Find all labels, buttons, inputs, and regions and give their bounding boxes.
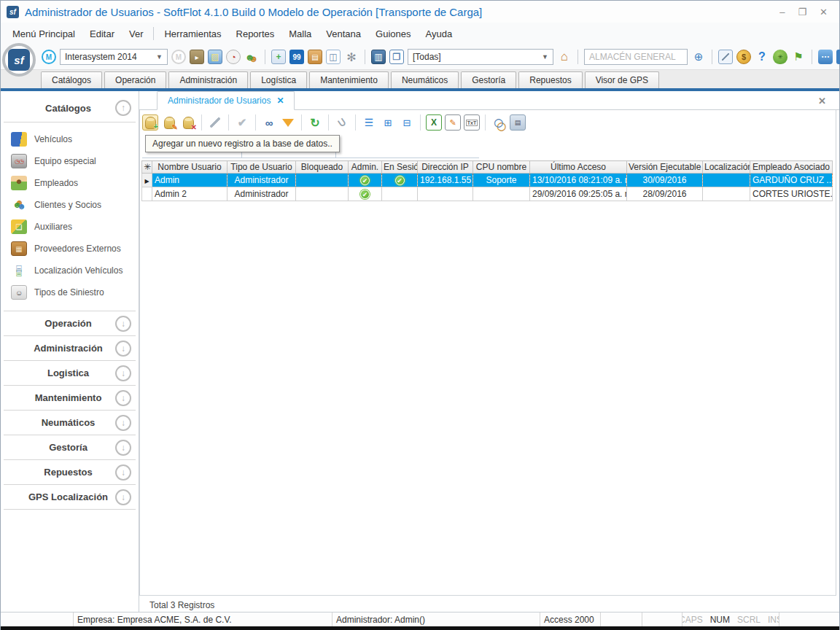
cell-cpu-nombre[interactable]: Soporte [473, 174, 530, 187]
menu-ver[interactable]: Ver [122, 26, 151, 42]
cell-cpu-nombre[interactable] [473, 187, 530, 201]
cell-direccion-ip[interactable] [418, 187, 473, 201]
cell-empleado[interactable]: CORTES URIOSTE... [750, 187, 833, 201]
search-binoculars-icon[interactable] [261, 114, 277, 131]
column-header-bloqueado[interactable]: Bloqueado [296, 161, 349, 174]
sidebar-section-logistica[interactable]: Logistica ↓ [1, 361, 139, 385]
expand-down-icon[interactable]: ↓ [115, 464, 131, 481]
home-icon[interactable] [557, 50, 572, 64]
confirm-icon[interactable] [234, 114, 250, 131]
cell-empleado[interactable]: GARDUÑO CRUZ ... [750, 174, 833, 187]
exit-icon[interactable] [836, 50, 840, 64]
tab-neumaticos[interactable]: Neumáticos [391, 71, 459, 88]
menu-guiones[interactable]: Guiones [368, 26, 418, 42]
menu-ayuda[interactable]: Ayuda [418, 26, 459, 42]
attachment-icon[interactable] [334, 114, 350, 131]
gear-icon[interactable] [344, 50, 359, 64]
collapse-up-icon[interactable]: ↑ [115, 100, 131, 116]
cell-direccion-ip[interactable]: 192.168.1.55 [418, 174, 473, 187]
profile-m-icon[interactable] [42, 50, 56, 64]
tab-gestoria[interactable]: Gestoría [461, 71, 516, 88]
coins-icon[interactable] [736, 50, 751, 64]
close-document-icon[interactable]: ✕ [818, 96, 826, 106]
cell-en-sesion[interactable] [382, 187, 418, 201]
image-icon[interactable] [208, 50, 222, 64]
refresh-icon[interactable] [307, 114, 323, 131]
switch-window-icon[interactable] [389, 50, 404, 64]
column-header-localizacion[interactable]: Localización [703, 161, 750, 174]
badge-99-icon[interactable]: 99 [289, 50, 304, 64]
flag-icon[interactable] [791, 50, 806, 64]
add-record-button[interactable]: + [142, 114, 158, 131]
sidebar-section-administracion[interactable]: Administración ↓ [1, 336, 139, 360]
dashboard-gauge-icon[interactable] [226, 50, 241, 64]
almacen-general-field[interactable]: ALMACÉN GENERAL [584, 49, 688, 65]
cell-nombre[interactable]: Admin [152, 174, 228, 187]
cell-version[interactable]: 28/09/2016 [627, 187, 703, 201]
cell-ultimo-acceso[interactable]: 29/09/2016 09:25:05 a. m. [530, 187, 627, 201]
expand-down-icon[interactable]: ↓ [115, 365, 131, 381]
cell-tipo[interactable]: Administrador [228, 187, 296, 201]
minimize-icon[interactable]: – [779, 7, 785, 18]
cell-nombre[interactable]: Admin 2 [152, 187, 228, 201]
menu-malla[interactable]: Malla [281, 26, 319, 42]
tab-operacion[interactable]: Operación [104, 71, 166, 88]
column-header-ultimo-acceso[interactable]: Último Acceso [530, 161, 627, 174]
sidebar-item-auxiliares[interactable]: Auxiliares [11, 216, 139, 238]
sidebar-section-mantenimiento[interactable]: Mantenimiento ↓ [1, 386, 139, 410]
tab-administrador-de-usuarios[interactable]: Administrador de Usuarios ✕ [157, 91, 295, 110]
column-header-empleado-asociado[interactable]: Empleado Asociado [750, 161, 833, 174]
table-row-admin[interactable]: ▶ Admin Administrador 192.168.1.55 Sopor… [142, 174, 833, 187]
new-document-icon[interactable] [271, 50, 286, 64]
clipboard-icon[interactable] [308, 50, 322, 64]
expand-down-icon[interactable]: ↓ [115, 316, 131, 332]
sidebar-item-localizacion-vehiculos[interactable]: Localización Vehículos [11, 260, 139, 281]
users-group-icon[interactable] [244, 50, 259, 64]
sidebar-item-vehiculos[interactable]: Vehículos [11, 128, 139, 150]
help-icon[interactable] [755, 50, 769, 64]
tools-icon[interactable] [718, 50, 733, 64]
menu-editar[interactable]: Editar [82, 26, 122, 42]
sidebar-section-neumaticos[interactable]: Neumáticos ↓ [1, 411, 139, 435]
column-header-en-sesion[interactable]: En Sesión [382, 161, 418, 174]
column-header-version-ejecutable[interactable]: Versión Ejecutable [627, 161, 703, 174]
column-header-direccion-ip[interactable]: Dirección IP [418, 161, 473, 174]
users-grid[interactable]: ✳ Nombre Usuario Tipo de Usuario Bloquea… [141, 160, 833, 201]
expand-down-icon[interactable]: ↓ [115, 489, 131, 505]
cell-localizacion[interactable] [703, 174, 750, 187]
tree-expand-icon[interactable] [380, 114, 396, 131]
tab-mantenimiento[interactable]: Mantenimiento [309, 71, 389, 88]
sidebar-section-gestoria[interactable]: Gestoría ↓ [1, 435, 139, 459]
sidebar-section-repuestos[interactable]: Repuestos ↓ [1, 460, 139, 484]
cell-version[interactable]: 30/09/2016 [627, 174, 703, 187]
sidebar-item-tipos-de-siniestro[interactable]: Tipos de Siniestro [11, 281, 139, 303]
sidebar-section-gps-localizacion[interactable]: GPS Localización ↓ [1, 485, 139, 509]
todas-filter-combobox[interactable]: [Todas]▼ [408, 49, 553, 65]
chat-icon[interactable] [818, 50, 833, 64]
profile-combobox[interactable]: Interasystem 2014▼ [60, 49, 168, 65]
cell-admin[interactable] [349, 174, 382, 187]
column-header-admin[interactable]: Admin. [349, 161, 382, 174]
expand-down-icon[interactable]: ↓ [115, 341, 131, 357]
filter-funnel-icon[interactable] [280, 114, 296, 131]
tab-close-icon[interactable]: ✕ [276, 96, 284, 106]
cell-admin[interactable] [349, 187, 382, 201]
cell-en-sesion[interactable] [382, 174, 418, 187]
cell-bloqueado[interactable] [296, 187, 349, 201]
menu-menu-principal[interactable]: Menú Principal [5, 26, 82, 42]
menu-herramientas[interactable]: Herramientas [157, 26, 228, 42]
globe-icon[interactable] [691, 50, 706, 64]
cell-bloqueado[interactable] [296, 174, 349, 187]
sidebar-item-clientes-y-socios[interactable]: Clientes y Socios [11, 194, 139, 216]
menu-reportes[interactable]: Reportes [229, 26, 282, 42]
print-preview-icon[interactable] [491, 114, 507, 131]
expand-down-icon[interactable]: ↓ [115, 390, 131, 406]
tree-collapse-icon[interactable] [399, 114, 415, 131]
export-excel-icon[interactable] [426, 114, 442, 131]
cell-ultimo-acceso[interactable]: 13/10/2016 08:21:09 a. m. [530, 174, 627, 187]
wrench-icon[interactable] [207, 114, 223, 131]
table-row-admin-2[interactable]: Admin 2 Administrador 29/09/2016 09:25:0… [142, 187, 833, 201]
sidebar-section-operacion[interactable]: Operación ↓ [1, 311, 139, 335]
expand-down-icon[interactable]: ↓ [115, 415, 131, 431]
export-txt-icon[interactable] [464, 114, 480, 131]
